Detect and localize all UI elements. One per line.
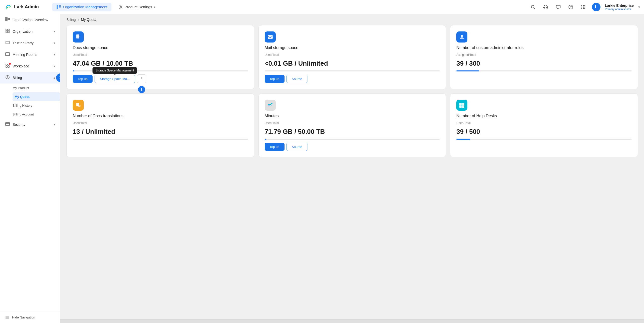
docs-translations-progress-bg	[73, 139, 248, 140]
docs-storage-progress-bg	[73, 70, 248, 71]
chat-button[interactable]	[554, 3, 562, 11]
card-docs-translations: Number of Docs translations Used/Total 1…	[66, 93, 254, 157]
org-overview-icon	[5, 17, 10, 23]
app-name: Lark Admin	[14, 4, 39, 10]
svg-point-12	[581, 5, 582, 6]
sidebar-label-meeting-rooms: Meeting Rooms	[13, 53, 51, 57]
cards-area: Docs storage space Used/Total 47.04 GB /…	[60, 25, 644, 319]
docs-translations-icon-wrap	[73, 100, 84, 111]
step-badge-1: 1	[56, 73, 60, 82]
svg-point-16	[583, 7, 584, 8]
svg-point-19	[583, 8, 584, 9]
mail-storage-topup-button[interactable]: Top up	[265, 75, 285, 83]
billing-icon: $	[5, 75, 10, 80]
svg-rect-50	[459, 105, 462, 108]
bottom-scrollbar[interactable]	[60, 319, 644, 323]
user-info: Larkie Enterprise Primary administrator	[605, 4, 634, 11]
breadcrumb-current: My Quota	[81, 18, 96, 22]
sidebar-sub-my-quota[interactable]: My Quota 2	[13, 92, 60, 101]
sidebar-sub-billing-account[interactable]: Billing Account	[13, 110, 60, 119]
step3-area: ⋮ 3	[137, 74, 146, 83]
organization-icon	[5, 29, 10, 34]
svg-point-6	[531, 5, 534, 8]
sidebar-item-workplace[interactable]: Workplace ▾	[0, 60, 60, 72]
svg-rect-38	[6, 123, 10, 126]
sidebar-sub-billing-history[interactable]: Billing History	[13, 101, 60, 110]
security-icon	[5, 122, 10, 127]
help-desks-icon-wrap	[456, 100, 467, 111]
top-navigation: Lark Admin Organization Management Produ…	[0, 0, 644, 14]
minutes-icon	[267, 102, 273, 108]
help-button[interactable]: ?	[567, 3, 575, 11]
user-role: Primary administrator	[605, 8, 634, 11]
mail-storage-title: Mail storage space	[265, 46, 440, 50]
hide-nav-icon	[5, 315, 10, 319]
sidebar-label-security: Security	[13, 123, 51, 127]
svg-rect-26	[6, 31, 7, 33]
lark-logo-icon	[4, 3, 12, 11]
svg-rect-2	[59, 5, 61, 7]
svg-rect-3	[57, 7, 58, 9]
minutes-progress-fill	[265, 139, 266, 140]
mail-storage-icon-wrap	[265, 31, 276, 43]
svg-point-45	[461, 35, 463, 37]
step-badge-3: 3	[138, 86, 145, 93]
workplace-notification-dot	[9, 63, 11, 65]
minutes-source-button[interactable]: Source	[287, 143, 307, 151]
svg-rect-22	[6, 19, 7, 21]
breadcrumb-billing[interactable]: Billing	[66, 18, 76, 22]
minutes-title: Minutes	[265, 114, 440, 118]
user-menu-arrow[interactable]: ▾	[638, 5, 640, 9]
sidebar-item-meeting-rooms[interactable]: Meeting Rooms ▾	[0, 49, 60, 60]
sidebar: Organization Overview Organization ▾	[0, 14, 60, 323]
storage-space-mgmt-button[interactable]: Storage Space Ma...	[95, 75, 135, 83]
sidebar-sub-my-product[interactable]: My Product	[13, 84, 60, 92]
user-avatar[interactable]: L	[592, 3, 600, 11]
svg-rect-8	[547, 7, 548, 8]
meeting-rooms-chevron: ▾	[54, 53, 55, 56]
svg-point-18	[581, 8, 582, 9]
sidebar-item-organization[interactable]: Organization ▾	[0, 26, 60, 37]
svg-rect-4	[59, 7, 61, 8]
mail-storage-source-button[interactable]: Source	[287, 75, 307, 83]
logo: Lark Admin	[4, 3, 49, 11]
mail-storage-actions: Top up Source	[265, 75, 440, 83]
product-settings-chevron: ▾	[154, 5, 155, 9]
custom-admin-label: Assigned/Total	[456, 53, 632, 57]
custom-admin-icon	[459, 34, 465, 40]
custom-admin-progress-fill	[456, 70, 479, 71]
svg-rect-28	[6, 41, 9, 44]
main-content: Billing › My Quota Docs storage space	[60, 14, 644, 323]
docs-storage-topup-button[interactable]: Top up	[73, 75, 93, 83]
nav-right-area: ? L Larkie Enterprise Primary administra…	[529, 3, 640, 11]
sidebar-item-billing[interactable]: $ 1 Billing ▴	[0, 72, 60, 84]
docs-translations-icon	[75, 102, 81, 108]
minutes-label: Used/Total	[265, 121, 440, 125]
svg-rect-27	[8, 31, 9, 33]
sidebar-label-workplace: Workplace	[13, 64, 51, 68]
main-layout: Organization Overview Organization ▾	[0, 14, 644, 323]
docs-storage-more-button[interactable]: ⋮	[137, 74, 146, 83]
minutes-progress-bg	[265, 139, 440, 140]
apps-grid-button[interactable]	[579, 3, 587, 11]
sidebar-item-org-overview[interactable]: Organization Overview	[0, 14, 60, 26]
billing-chevron: ▴	[54, 76, 55, 79]
minutes-topup-button[interactable]: Top up	[265, 143, 285, 151]
sidebar-label-billing: Billing	[13, 76, 51, 80]
svg-rect-25	[8, 29, 9, 31]
sidebar-item-trusted-party[interactable]: Trusted Party ▾	[0, 37, 60, 49]
svg-rect-47	[78, 105, 80, 107]
svg-rect-7	[544, 7, 545, 8]
sidebar-label-trusted-party: Trusted Party	[13, 41, 51, 45]
headset-button[interactable]	[542, 3, 550, 11]
svg-point-5	[120, 6, 122, 8]
help-desks-value: 39 / 500	[456, 128, 632, 136]
svg-text:?: ?	[570, 6, 572, 9]
storage-space-mgmt-tooltip-wrap: Storage Space Ma... Storage Space Manage…	[95, 75, 135, 83]
product-settings-tab[interactable]: Product Settings ▾	[114, 3, 159, 11]
org-management-tab[interactable]: Organization Management	[52, 3, 111, 11]
hide-navigation[interactable]: Hide Navigation	[0, 311, 60, 323]
sidebar-item-security[interactable]: Security ▾	[0, 119, 60, 130]
search-button[interactable]	[529, 3, 537, 11]
help-desks-icon	[459, 102, 465, 108]
